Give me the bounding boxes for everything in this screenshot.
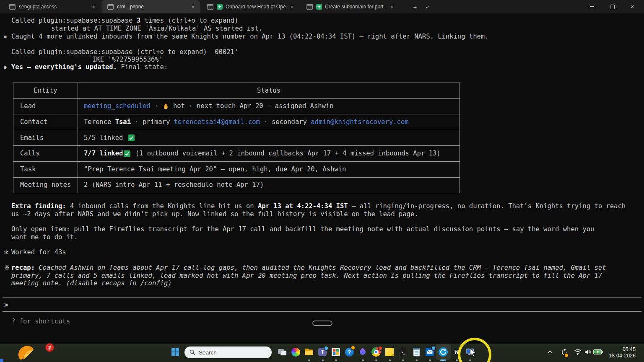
agent-sparkle-icon [316, 4, 322, 10]
sync-app-button[interactable] [438, 347, 448, 357]
running-indicator [335, 359, 337, 361]
minimize-button[interactable] [583, 0, 601, 13]
speaker-icon [584, 349, 592, 355]
tab-title: sengupta access [19, 4, 87, 10]
start-button[interactable] [170, 347, 180, 357]
log-line: IKE '%7275995536%' [92, 56, 163, 64]
tab-close-icon[interactable]: × [189, 4, 197, 10]
tab-onboard-head-of-ops[interactable]: Onboard new Head of Ope × [201, 0, 299, 13]
reference-mark-icon: ※ [4, 264, 10, 272]
status-cell: 5/5 linked [78, 130, 460, 146]
tab-dropdown-chevron-icon[interactable] [426, 5, 429, 8]
col-header-status: Status [78, 83, 460, 98]
status-cell: Terence Tsai · primary terencetsai4@gmai… [78, 114, 460, 130]
running-indicator [415, 359, 418, 361]
tray-expand-button[interactable] [545, 347, 555, 357]
tab-create-subdomain[interactable]: Create subdomain for port × [301, 0, 399, 13]
tray-battery[interactable] [593, 347, 603, 357]
shortcuts-hint: ? for shortcuts [11, 318, 70, 326]
log-line: Yes — everything's updated. Final state: [11, 63, 168, 71]
mouse-cursor [470, 348, 476, 359]
tab-close-icon[interactable]: × [90, 4, 97, 10]
tray-volume[interactable] [583, 347, 593, 357]
entity-cell: Lead [13, 99, 78, 114]
search-box[interactable]: Search [184, 346, 272, 358]
running-indicator [402, 359, 404, 361]
running-indicator [456, 359, 458, 361]
titlebar: sengupta access × crm - phone × Onboard … [0, 0, 644, 13]
tab-title: Create subdomain for port [325, 4, 385, 10]
log-line: Caught 4 more unlinked inbounds from the… [11, 33, 488, 41]
paint-app-button[interactable] [358, 347, 368, 357]
running-indicator [308, 359, 310, 361]
maximize-icon [610, 5, 615, 9]
table-header-row: Entity Status [13, 83, 460, 98]
notification-badge: 2 [45, 343, 54, 352]
terminal-prompt-icon: >_ [399, 348, 407, 356]
minimize-icon [590, 6, 594, 7]
entity-cell: Calls [13, 146, 78, 161]
office-hub-button[interactable] [331, 347, 341, 357]
log-line: Called plugin:supabase:supabase (ctrl+o … [11, 48, 238, 56]
table-row: Lead meeting_scheduled · hot · next touc… [13, 98, 460, 114]
active-app-indicator [440, 359, 446, 361]
tab-title: Onboard new Head of Ope [226, 4, 286, 10]
log-line: started_at AT TIME ZONE 'Asia/Kolkata' A… [51, 25, 262, 33]
notification-app-shortcut[interactable]: 2 [16, 344, 40, 362]
entity-cell: Task [13, 162, 78, 177]
desktop-icon-fragment [0, 359, 3, 362]
terminal-window-icon [306, 4, 313, 10]
tab-close-icon[interactable]: × [388, 4, 395, 10]
crm-status-table: Entity Status Lead meeting_scheduled · h… [13, 83, 460, 193]
prompt-chevron: > [4, 301, 8, 309]
bullet-icon: ● [4, 63, 7, 71]
sticky-notes-button[interactable] [384, 347, 395, 357]
file-explorer-button[interactable] [304, 347, 314, 357]
new-tab-button[interactable]: + [409, 0, 421, 13]
taskbar: 2 Search T ? >_ [0, 344, 644, 362]
notepad-button[interactable] [411, 347, 421, 357]
search-icon [190, 349, 195, 355]
table-row: Task "Prep Terence Tsai meeting Apr 20" … [13, 161, 460, 177]
check-mark-icon [128, 134, 135, 141]
clock-date: 18-04-2026 [607, 353, 636, 359]
prompt-input[interactable]: > [3, 297, 641, 312]
entity-cell: Meeting notes [13, 178, 78, 193]
spinner-asterisk-icon: ✻ [4, 248, 8, 256]
tab-sengupta-access[interactable]: sengupta access × [3, 0, 101, 13]
terminal-window-icon [107, 4, 114, 10]
clock[interactable]: 05:45 18-04-2026 [607, 346, 636, 359]
table-row: Calls 7/7 linked (1 outbound voicemail +… [13, 145, 460, 161]
status-cell: 2 (NARS intro Apr 11 + reschedule note A… [78, 178, 460, 193]
sync-attention-dot [564, 353, 569, 358]
log-line: Called plugin:supabase:supabase 3 times … [11, 17, 238, 25]
clock-time: 05:45 [607, 346, 636, 353]
agent-sparkle-icon [217, 4, 223, 10]
email-link[interactable]: admin@knightsrecovery.com [311, 118, 408, 126]
email-link[interactable]: terencetsai4@gmail.com [174, 118, 260, 126]
tab-crm-phone[interactable]: crm - phone × [101, 0, 200, 13]
status-cell: "Prep Terence Tsai meeting Apr 20" — ope… [78, 162, 460, 177]
col-header-entity: Entity [13, 83, 78, 98]
chrome-notification-badge [378, 346, 383, 351]
running-indicator [375, 359, 377, 361]
microsoft-365-button[interactable] [291, 347, 301, 357]
task-view-button[interactable] [277, 347, 287, 357]
windows-logo-icon [171, 348, 179, 356]
maximize-button[interactable] [603, 0, 621, 13]
sticky-note-icon [385, 348, 394, 356]
tab-title: crm - phone [117, 4, 187, 10]
status-cell: meeting_scheduled · hot · next touch Apr… [78, 99, 460, 114]
folder-icon [304, 348, 314, 356]
running-indicator [389, 359, 391, 361]
running-indicator [322, 359, 324, 361]
terminal-output: Called plugin:supabase:supabase 3 times … [0, 13, 644, 344]
tray-wifi[interactable] [573, 347, 583, 357]
close-button[interactable]: × [623, 0, 641, 13]
tab-close-icon[interactable]: × [288, 4, 296, 10]
open-item-paragraph: Only open item: pull the Fireflies trans… [11, 225, 611, 241]
flame-icon [163, 103, 169, 110]
screen: sengupta access × crm - phone × Onboard … [0, 0, 644, 362]
terminal-button[interactable]: >_ [398, 347, 408, 357]
terminal-window-icon [9, 4, 16, 10]
